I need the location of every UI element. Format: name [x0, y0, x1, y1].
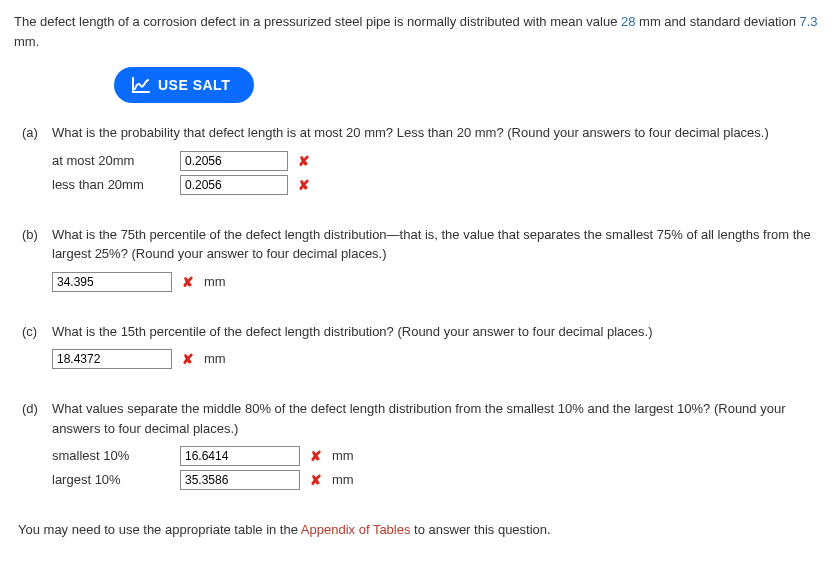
part-c-question: What is the 15th percentile of the defec…: [52, 322, 826, 342]
footer-note: You may need to use the appropriate tabl…: [18, 520, 826, 540]
part-d: (d) What values separate the middle 80% …: [22, 399, 826, 494]
part-d-question: What values separate the middle 80% of t…: [52, 399, 826, 438]
footer-suffix: to answer this question.: [410, 522, 550, 537]
part-a-row1-input[interactable]: [180, 175, 288, 195]
sd-value: 7.3: [800, 14, 818, 29]
intro-suffix: mm.: [14, 34, 39, 49]
appendix-link[interactable]: Appendix of Tables: [301, 522, 411, 537]
part-b-question: What is the 75th percentile of the defec…: [52, 225, 826, 264]
part-c: (c) What is the 15th percentile of the d…: [22, 322, 826, 374]
part-d-row1-input[interactable]: [180, 470, 300, 490]
part-b: (b) What is the 75th percentile of the d…: [22, 225, 826, 296]
wrong-icon: ✘: [182, 275, 194, 289]
intro-mid: mm and standard deviation: [635, 14, 799, 29]
part-c-input[interactable]: [52, 349, 172, 369]
mean-value: 28: [621, 14, 635, 29]
problem-intro: The defect length of a corrosion defect …: [14, 12, 826, 51]
part-d-row0-label: smallest 10%: [52, 446, 170, 466]
wrong-icon: ✘: [298, 154, 310, 168]
part-c-unit: mm: [204, 349, 226, 369]
part-b-unit: mm: [204, 272, 226, 292]
part-d-row0-input[interactable]: [180, 446, 300, 466]
wrong-icon: ✘: [182, 352, 194, 366]
part-d-row1-label: largest 10%: [52, 470, 170, 490]
part-a-row1-label: less than 20mm: [52, 175, 170, 195]
part-a-row0-input[interactable]: [180, 151, 288, 171]
part-d-row0-unit: mm: [332, 446, 354, 466]
part-d-label: (d): [22, 399, 52, 419]
use-salt-label: USE SALT: [158, 77, 230, 93]
part-b-input[interactable]: [52, 272, 172, 292]
use-salt-button[interactable]: USE SALT: [114, 67, 254, 103]
part-b-label: (b): [22, 225, 52, 245]
wrong-icon: ✘: [298, 178, 310, 192]
part-c-label: (c): [22, 322, 52, 342]
part-a-label: (a): [22, 123, 52, 143]
part-d-row1-unit: mm: [332, 470, 354, 490]
part-a: (a) What is the probability that defect …: [22, 123, 826, 199]
wrong-icon: ✘: [310, 449, 322, 463]
intro-text-prefix: The defect length of a corrosion defect …: [14, 14, 621, 29]
footer-prefix: You may need to use the appropriate tabl…: [18, 522, 301, 537]
chart-icon: [132, 77, 150, 93]
part-a-row0-label: at most 20mm: [52, 151, 170, 171]
part-a-question: What is the probability that defect leng…: [52, 123, 826, 143]
wrong-icon: ✘: [310, 473, 322, 487]
